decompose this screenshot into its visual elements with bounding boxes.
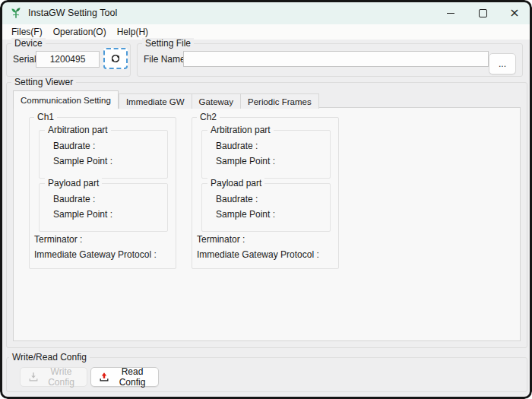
file-name-label: File Name [144,54,185,65]
setting-file-group-label: Setting File [142,38,194,49]
ch1-arbitration-sample-point-label: Sample Point : [53,156,112,166]
write-config-button[interactable]: Write Config [20,367,87,387]
ch1-terminator-label: Terminator : [34,234,82,245]
ch2-arbitration-label: Arbitration part [207,125,274,135]
refresh-icon [108,51,123,66]
app-logo-icon [9,6,23,20]
ch1-payload-sample-point-label: Sample Point : [53,209,112,220]
tab-immediate-gw[interactable]: Immediate GW [119,93,192,109]
ch2-payload-sample-point-label: Sample Point : [216,209,275,220]
tab-gateway[interactable]: Gateway [192,93,241,109]
setting-viewer-group-label: Setting Viewer [11,77,76,87]
ch2-payload-baudrate-label: Baudrate : [216,194,258,204]
menu-operation[interactable]: Operation(O) [48,26,112,38]
setting-viewer-group: Setting Viewer Communication Setting Imm… [6,82,527,348]
ch2-arbitration-sample-point-label: Sample Point : [216,156,275,166]
serial-label: Serial [13,54,36,65]
window-controls: × [435,2,530,24]
browse-file-button[interactable]: ... [489,53,516,74]
settings-tabstrip: Communication Setting Immediate GW Gatew… [13,90,319,109]
communication-setting-panel: Ch1 Arbitration part Baudrate : Sample P… [13,107,521,341]
upload-icon [99,372,109,382]
download-icon [28,372,39,382]
app-window: InstaGW Setting Tool × Files(F) Operatio… [0,0,532,399]
minimize-icon [447,13,454,14]
device-group: Device Serial 1200495 [6,43,131,77]
ch1-payload-label: Payload part [45,178,102,188]
menu-bar: Files(F) Operation(O) Help(H) [2,24,530,40]
tab-communication-setting[interactable]: Communication Setting [13,90,119,109]
titlebar: InstaGW Setting Tool × [2,2,530,24]
write-read-config-label: Write/Read Config [9,352,90,363]
ch2-arbitration-baudrate-label: Baudrate : [216,141,258,151]
ch2-gateway-protocol-label: Immediate Gateway Protocol : [197,249,319,260]
refresh-device-button[interactable] [103,48,128,69]
device-group-label: Device [11,38,46,49]
ch2-payload-box: Payload part Baudrate : Sample Point : [201,183,331,232]
write-read-config-group: Write/Read Config Write Config Read Conf… [6,357,527,392]
ch1-arbitration-label: Arbitration part [45,125,111,135]
menu-help[interactable]: Help(H) [112,26,154,38]
tab-periodic-frames[interactable]: Periodic Frames [241,93,319,109]
ch1-label: Ch1 [34,112,57,122]
ch2-arbitration-box: Arbitration part Baudrate : Sample Point… [201,130,331,179]
setting-file-group: Setting File File Name ... [137,43,523,77]
window-title: InstaGW Setting Tool [28,8,117,18]
ch1-payload-baudrate-label: Baudrate : [53,194,95,204]
minimize-button[interactable] [435,2,467,24]
channel-group-ch1: Ch1 Arbitration part Baudrate : Sample P… [29,117,176,269]
write-config-button-label: Write Config [43,366,79,388]
ch1-gateway-protocol-label: Immediate Gateway Protocol : [34,249,157,260]
maximize-button[interactable] [467,2,499,24]
ch2-terminator-label: Terminator : [197,234,245,245]
channel-group-ch2: Ch2 Arbitration part Baudrate : Sample P… [192,117,339,269]
read-config-button-label: Read Config [114,366,150,388]
close-icon: × [509,7,519,19]
ch2-payload-label: Payload part [207,178,264,188]
serial-field[interactable]: 1200495 [36,51,100,68]
maximize-icon [479,9,487,17]
ch1-arbitration-box: Arbitration part Baudrate : Sample Point… [39,130,168,179]
ch1-payload-box: Payload part Baudrate : Sample Point : [39,183,168,232]
close-button[interactable]: × [499,2,530,24]
ch2-label: Ch2 [197,112,220,122]
file-name-input[interactable] [183,51,489,67]
read-config-button[interactable]: Read Config [90,367,159,387]
ch1-arbitration-baudrate-label: Baudrate : [53,141,95,151]
menu-files[interactable]: Files(F) [6,26,48,38]
